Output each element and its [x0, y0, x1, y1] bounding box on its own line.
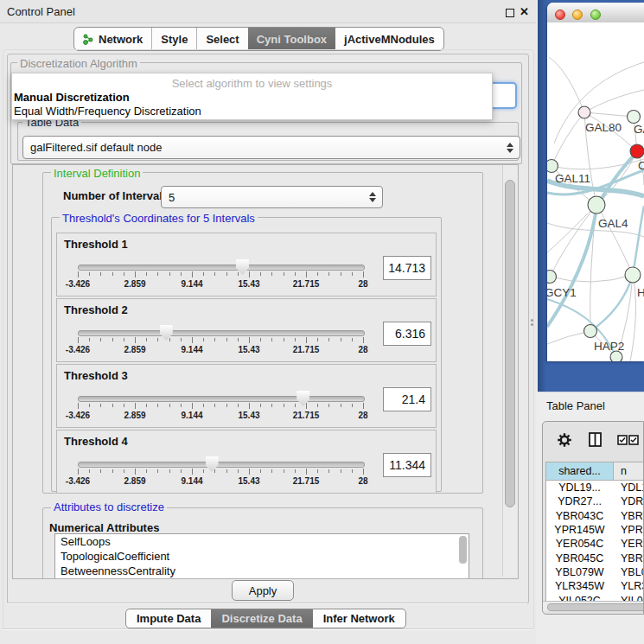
table-row[interactable]: YBL079WYBL0: [546, 565, 644, 579]
cell-name[interactable]: YLR3: [613, 580, 644, 592]
table-hscrollbar-thumb[interactable]: [547, 603, 644, 611]
tab-discretize-data[interactable]: Discretize Data: [211, 609, 312, 628]
control-panel-bottom-edge: [3, 628, 532, 629]
network-node-h-node[interactable]: [625, 267, 641, 283]
minimize-traffic-light-icon[interactable]: [572, 10, 583, 20]
network-node-gal80[interactable]: [578, 106, 590, 118]
close-traffic-light-icon[interactable]: [555, 10, 565, 20]
threshold-label: Threshold 1: [64, 238, 128, 251]
tab-impute-data[interactable]: Impute Data: [126, 609, 211, 628]
zoom-traffic-light-icon[interactable]: [590, 10, 601, 20]
cell-name[interactable]: YDL1: [613, 481, 644, 494]
network-node-hap2[interactable]: [584, 325, 597, 338]
tab-style[interactable]: Style: [151, 28, 196, 50]
slider-tick: [328, 272, 329, 276]
cell-name[interactable]: YBL0: [613, 566, 644, 578]
slider-tick: [100, 338, 101, 341]
network-node-label: GAL4: [598, 217, 628, 230]
slider-tick: [317, 272, 318, 276]
network-edge: [552, 112, 584, 166]
list-item-betweennesscentrality[interactable]: BetweennessCentrality: [55, 564, 469, 578]
threshold-slider-thumb[interactable]: [160, 325, 173, 341]
slider-tick: [112, 338, 113, 341]
network-edge: [549, 57, 584, 112]
threshold-value-field[interactable]: 14.713: [383, 256, 431, 280]
table-row[interactable]: YBR043CYBR0: [546, 509, 644, 523]
split-view-icon[interactable]: [589, 432, 602, 447]
cell-shared-name[interactable]: YBR043C: [546, 510, 613, 522]
threshold-value-field[interactable]: 21.4: [383, 387, 431, 411]
slider-tick: [214, 272, 215, 276]
table-row[interactable]: YBR045CYBR0: [546, 551, 644, 564]
float-window-icon[interactable]: [506, 9, 514, 17]
threshold-slider-track[interactable]: [78, 396, 365, 402]
cell-shared-name[interactable]: YER054C: [546, 538, 613, 550]
threshold-slider-thumb[interactable]: [296, 391, 309, 406]
slider-tick: [295, 469, 296, 473]
threshold-slider-track[interactable]: [78, 462, 365, 468]
algorithm-option-equal-width[interactable]: Equal Width/Frequency Discretization: [14, 105, 201, 118]
network-node-gal11[interactable]: [547, 160, 558, 173]
network-node-label: GA: [634, 123, 644, 136]
list-scrollbar[interactable]: [459, 536, 467, 564]
cell-shared-name[interactable]: YPR145W: [546, 524, 613, 536]
checkbox-icon[interactable]: [617, 435, 628, 445]
network-canvas[interactable]: GAL80GACGAL11GAL4GCY1HHAP2: [547, 22, 644, 361]
algorithm-option-manual[interactable]: Manual Discretization: [14, 91, 130, 105]
list-item-selfloops[interactable]: SelfLoops: [55, 534, 469, 549]
table-row[interactable]: YER054CYER0: [546, 537, 644, 551]
control-panel-titlebar: Control Panel ✕: [0, 0, 536, 23]
threshold-slider-thumb[interactable]: [206, 456, 219, 472]
threshold-slider-track[interactable]: [78, 330, 365, 336]
numerical-attributes-list[interactable]: SelfLoopsTopologicalCoefficientBetweenne…: [54, 533, 469, 579]
slider-tick: [181, 272, 182, 276]
network-node-gcy1[interactable]: [547, 271, 557, 284]
network-node-gal-right[interactable]: [628, 111, 641, 124]
slider-tick-label: 21.715: [293, 279, 320, 289]
cell-name[interactable]: YER0: [613, 538, 644, 550]
tab-infer-network[interactable]: Infer Network: [313, 609, 405, 628]
cell-shared-name[interactable]: YDR27...: [546, 495, 613, 507]
number-of-intervals-combobox[interactable]: 5: [161, 186, 383, 208]
cell-shared-name[interactable]: YDL19...: [546, 481, 613, 494]
tab-jactivemnodules[interactable]: jActiveMNodules: [335, 28, 443, 50]
panel-divider-handle[interactable]: [531, 319, 534, 328]
slider-tick: [135, 403, 136, 409]
apply-button[interactable]: Apply: [232, 580, 294, 601]
checkbox-icon[interactable]: [628, 435, 639, 445]
column-header-name[interactable]: n: [614, 462, 644, 480]
slider-tick: [284, 338, 284, 341]
tab-network[interactable]: Network: [74, 28, 151, 50]
close-icon[interactable]: ✕: [520, 5, 529, 18]
tab-select[interactable]: Select: [196, 28, 247, 50]
threshold-slider-track[interactable]: [78, 265, 365, 271]
table-row[interactable]: YDL19...YDL1: [546, 481, 644, 494]
cell-shared-name[interactable]: YBL079W: [546, 566, 613, 578]
cell-name[interactable]: YPR1: [613, 524, 644, 536]
slider-tick: [317, 469, 318, 473]
table-row[interactable]: YLR345WYLR3: [546, 579, 644, 593]
slider-tick-label: 28: [358, 279, 367, 289]
table-row[interactable]: YDR27...YDR2: [546, 494, 644, 508]
network-node-label: GCY1: [547, 286, 577, 299]
network-node-red-node[interactable]: [630, 144, 644, 158]
table-data-combobox[interactable]: galFiltered.sif default node: [22, 136, 520, 159]
cell-name[interactable]: YBR0: [613, 552, 644, 564]
gear-icon[interactable]: [557, 432, 572, 448]
node-table: shared... n YDL19...YDL1YDR27...YDR2YBR0…: [545, 462, 644, 614]
slider-tick-label: 15.43: [238, 279, 259, 289]
tab-cyni-toolbox[interactable]: Cyni Toolbox: [248, 28, 335, 50]
table-hscrollbar-track[interactable]: [543, 601, 643, 611]
threshold-value-field[interactable]: 11.344: [383, 453, 431, 477]
cell-shared-name[interactable]: YBR045C: [546, 552, 613, 564]
column-header-shared-name[interactable]: shared...: [546, 462, 614, 480]
table-row[interactable]: YPR145WYPR1: [546, 523, 644, 537]
network-node-gal4[interactable]: [588, 196, 605, 214]
list-item-topologicalcoefficient[interactable]: TopologicalCoefficient: [55, 549, 469, 564]
cell-name[interactable]: YDR2: [613, 495, 644, 507]
cell-name[interactable]: YBR0: [613, 510, 644, 522]
threshold-value-field[interactable]: 6.316: [383, 322, 431, 346]
settings-scrollbar-thumb[interactable]: [505, 180, 515, 507]
cell-shared-name[interactable]: YLR345W: [546, 580, 613, 592]
network-window-titlebar[interactable]: [547, 3, 644, 23]
